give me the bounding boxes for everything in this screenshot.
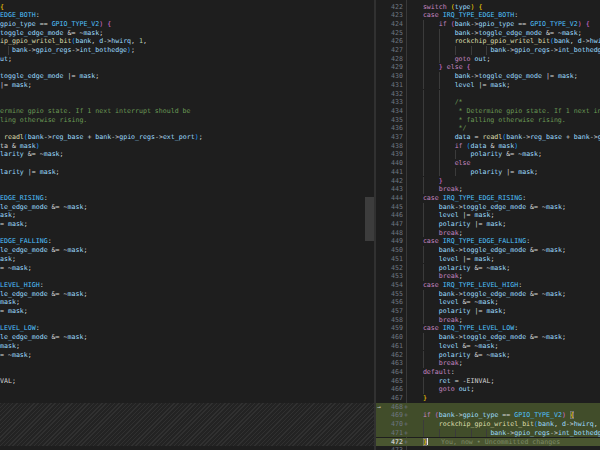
modified-code-line[interactable]: 459 case IRQ_TYPE_LEVEL_LOW: (376, 324, 600, 333)
line-number[interactable]: 434 (376, 107, 403, 116)
line-number[interactable]: 451 (376, 255, 403, 264)
modified-code-line[interactable]: 444 case IRQ_TYPE_EDGE_RISING: (376, 194, 600, 203)
line-number[interactable]: 423 (376, 11, 403, 20)
original-code-line[interactable]: ip_gpio_writel_bit(bank, d->hwirq, 1, (0, 37, 374, 46)
line-number[interactable]: 463 (376, 359, 403, 368)
modified-code-line[interactable]: 452 polarity &= ~mask; (376, 264, 600, 273)
modified-code-line[interactable]: 467 } (376, 394, 600, 403)
line-number[interactable]: 436 (376, 124, 403, 133)
original-code-line[interactable]: EDGE_RISING: (0, 194, 374, 203)
line-number[interactable]: 456 (376, 298, 403, 307)
line-number[interactable]: 435 (376, 116, 403, 125)
original-code-line[interactable]: VAL; (0, 377, 374, 386)
line-number[interactable]: 439 (376, 150, 403, 159)
modified-code-line[interactable]: 435 * falling otherwise rising. (376, 116, 600, 125)
modified-code-line[interactable]: 453 break; (376, 272, 600, 281)
modified-code-line[interactable]: 469+ if (bank->gpio_type == GPIO_TYPE_V2… (376, 411, 600, 420)
modified-code-line[interactable]: 455 bank->toggle_edge_mode &= ~mask; (376, 290, 600, 299)
modified-code-line[interactable]: 448 break; (376, 229, 600, 238)
line-number[interactable]: 458 (376, 316, 403, 325)
original-code-line[interactable]: le_edge_mode &= ~mask; (0, 203, 374, 212)
modified-code-line[interactable]: 439 polarity &= ~mask; (376, 150, 600, 159)
modified-code-line[interactable]: 428 goto out; (376, 55, 600, 64)
modified-code-line[interactable]: 430 bank->toggle_edge_mode |= mask; (376, 72, 600, 81)
modified-code-line[interactable]: 438 if (data & mask) (376, 142, 600, 151)
modified-code-line[interactable]: 464 default: (376, 368, 600, 377)
original-code-line[interactable]: larity |= mask; (0, 168, 374, 177)
line-number[interactable]: 461 (376, 342, 403, 351)
modified-code-line[interactable]: 432 (376, 90, 600, 99)
line-number[interactable]: 422 (376, 3, 403, 12)
line-number[interactable]: 460 (376, 333, 403, 342)
line-number[interactable]: 438 (376, 142, 403, 151)
line-number[interactable]: 470 (376, 420, 403, 429)
modified-code-line[interactable]: 463 break; (376, 359, 600, 368)
modified-code-line[interactable]: 449 case IRQ_TYPE_EDGE_FALLING: (376, 237, 600, 246)
line-number[interactable]: 425 (376, 29, 403, 38)
line-number[interactable]: 448 (376, 229, 403, 238)
original-code-line[interactable]: EDGE_FALLING: (0, 237, 374, 246)
original-code-line[interactable] (0, 98, 374, 107)
line-number[interactable]: 442 (376, 177, 403, 186)
original-code-line[interactable]: gpio_type == GPIO_TYPE_V2) { (0, 20, 374, 29)
original-code-line[interactable]: ling otherwise rising. (0, 116, 374, 125)
modified-code-line[interactable]: 465 ret = -EINVAL; (376, 377, 600, 386)
modified-code-line[interactable]: 454 case IRQ_TYPE_LEVEL_HIGH: (376, 281, 600, 290)
original-code-line[interactable]: = mask; (0, 307, 374, 316)
original-code-line[interactable] (0, 177, 374, 186)
line-number[interactable]: 473 (376, 446, 403, 450)
original-code-line[interactable] (0, 394, 374, 403)
line-number[interactable]: 453 (376, 272, 403, 281)
line-number[interactable]: 457 (376, 307, 403, 316)
modified-code-line[interactable]: 446 level |= mask; (376, 211, 600, 220)
modified-code-line[interactable]: 458 break; (376, 316, 600, 325)
modified-code-line[interactable]: 424 if (bank->gpio_type == GPIO_TYPE_V2)… (376, 20, 600, 29)
modified-code-line[interactable]: 437 data = readl(bank->reg_base + bank->… (376, 133, 600, 142)
original-code-line[interactable]: |= mask; (0, 81, 374, 90)
line-number[interactable]: 454 (376, 281, 403, 290)
original-code-line[interactable]: EDGE_BOTH: (0, 11, 374, 20)
original-code-line[interactable] (0, 368, 374, 377)
modified-code-line[interactable]: 436 */ (376, 124, 600, 133)
line-number[interactable]: 440 (376, 159, 403, 168)
original-code-line[interactable]: readl(bank->reg_base + bank->gpio_regs->… (0, 133, 374, 142)
line-number[interactable]: 467 (376, 394, 403, 403)
line-number[interactable]: 446 (376, 211, 403, 220)
original-code-line[interactable] (0, 185, 374, 194)
modified-code-line[interactable]: 442 } (376, 177, 600, 186)
modified-code-line[interactable]: 456 level &= ~mask; (376, 298, 600, 307)
original-code-line[interactable]: bank->gpio_regs->int_bothedge); (0, 46, 374, 55)
original-code-line[interactable]: LEVEL_LOW: (0, 324, 374, 333)
modified-code-line[interactable]: 427 bank->gpio_regs->int_bothedge); (376, 46, 600, 55)
line-number[interactable]: 445 (376, 203, 403, 212)
original-code-line[interactable] (0, 272, 374, 281)
modified-code-line[interactable]: 445 bank->toggle_edge_mode &= ~mask; (376, 203, 600, 212)
modified-code-line[interactable]: 426 rockchip_gpio_writel_bit(bank, d->hw… (376, 37, 600, 46)
original-code-line[interactable] (0, 385, 374, 394)
line-number[interactable]: 431 (376, 81, 403, 90)
original-code-line[interactable]: { (0, 3, 374, 12)
line-number[interactable]: 464 (376, 368, 403, 377)
original-code-line[interactable]: mask; (0, 342, 374, 351)
line-number[interactable]: 455 (376, 290, 403, 299)
modified-code-line[interactable]: 468+→ (376, 403, 600, 412)
modified-code-line[interactable]: 466 goto out; (376, 385, 600, 394)
line-number[interactable]: 437 (376, 133, 403, 142)
original-code-line[interactable]: mask; (0, 298, 374, 307)
line-number[interactable]: 462 (376, 351, 403, 360)
line-number[interactable]: 469 (376, 411, 403, 420)
line-number[interactable]: 432 (376, 90, 403, 99)
modified-code-line[interactable]: 423 case IRQ_TYPE_EDGE_BOTH: (376, 11, 600, 20)
original-code-line[interactable] (0, 124, 374, 133)
line-number[interactable]: 426 (376, 37, 403, 46)
line-number[interactable]: 429 (376, 63, 403, 72)
modified-code-line[interactable]: 429 } else { (376, 63, 600, 72)
modified-code-line[interactable]: 451 level |= mask; (376, 255, 600, 264)
original-code-line[interactable] (0, 359, 374, 368)
original-code-line[interactable]: le_edge_mode &= ~mask; (0, 333, 374, 342)
modified-code-line[interactable]: 450 bank->toggle_edge_mode &= ~mask; (376, 246, 600, 255)
modified-code-line[interactable]: 461 level &= ~mask; (376, 342, 600, 351)
original-code-line[interactable]: toggle_edge_mode &= ~mask; (0, 29, 374, 38)
modified-code-line[interactable]: 433 /* (376, 98, 600, 107)
line-number[interactable]: 452 (376, 264, 403, 273)
